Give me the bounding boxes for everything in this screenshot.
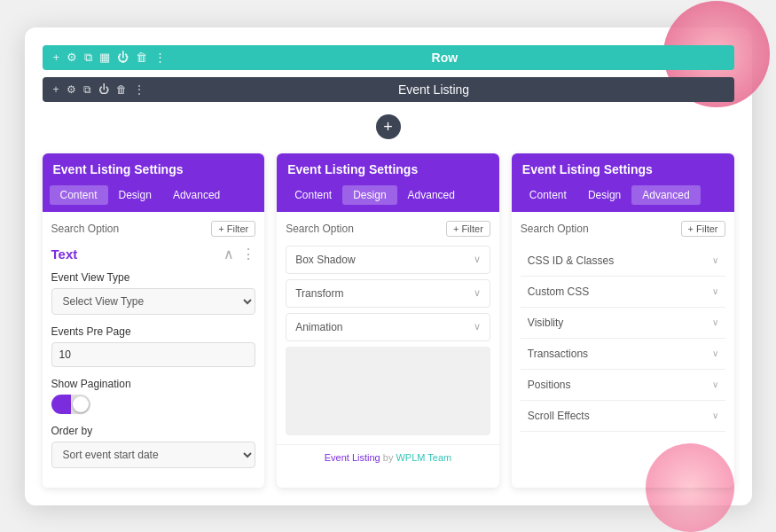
design-preview-box [286,347,490,435]
row-bar-title: Row [166,51,723,65]
collapse-icon[interactable]: ∧ [223,246,234,262]
middle-panel-tabs: Content Design Advanced [277,185,499,212]
visibility-chevron: ∨ [712,317,718,327]
toggle-knob [73,396,89,412]
left-panel-tabs: Content Design Advanced [43,185,265,212]
transform-label: Transform [295,287,343,300]
left-search-label: Search Option [51,223,120,235]
animation-accordion: Animation ∨ [286,313,490,341]
row-bar: + ⚙ ⧉ ▦ ⏻ 🗑 ⋮ Row [43,45,734,70]
visibility-label: Visiblity [528,317,563,329]
pagination-toggle[interactable] [51,395,90,414]
el-plus-icon[interactable]: + [53,83,59,96]
custom-css-label: Custom CSS [528,286,589,298]
row-more-icon[interactable]: ⋮ [154,51,166,64]
middle-tab-advanced[interactable]: Advanced [397,185,466,205]
middle-panel-body: Search Option + Filter Box Shadow ∨ Tran… [277,212,499,444]
order-by-group: Order by Sort event start date Title Dat… [51,425,256,468]
left-panel: Event Listing Settings Content Design Ad… [43,153,265,488]
middle-search-label: Search Option [286,223,354,235]
el-power-icon[interactable]: ⏻ [98,83,109,96]
middle-filter-button[interactable]: + Filter [446,221,490,237]
css-id-classes-header[interactable]: CSS ID & Classes ∨ [521,246,725,276]
box-shadow-header[interactable]: Box Shadow ∨ [286,246,490,273]
el-gear-icon[interactable]: ⚙ [67,83,76,96]
events-pre-page-input[interactable] [51,342,256,367]
right-search-label: Search Option [521,223,589,235]
middle-panel-footer: Event Listing by WPLM Team [277,444,499,470]
row-plus-icon[interactable]: + [53,51,60,64]
order-by-select[interactable]: Sort event start date Title Date Created [51,442,256,468]
positions-accordion: Positions ∨ [521,370,725,401]
transform-accordion: Transform ∨ [286,279,490,308]
row-grid-icon[interactable]: ▦ [99,51,110,64]
left-tab-advanced[interactable]: Advanced [162,185,231,205]
left-panel-header: Event Listing Settings [43,153,265,185]
left-search-option-row: Search Option + Filter [51,221,256,237]
scroll-effects-header[interactable]: Scroll Effects ∨ [521,401,725,431]
right-panel: Event Listing Settings Content Design Ad… [512,153,734,488]
left-tab-design[interactable]: Design [108,185,162,205]
positions-chevron: ∨ [712,379,718,389]
left-panel-body: Search Option + Filter Text ∧ ⋮ Event Vi… [43,212,265,488]
text-section-controls: ∧ ⋮ [223,246,255,262]
el-trash-icon[interactable]: 🗑 [116,83,127,96]
right-tab-content[interactable]: Content [519,185,577,205]
box-shadow-label: Box Shadow [295,254,355,266]
el-copy-icon[interactable]: ⧉ [83,83,91,96]
transform-header[interactable]: Transform ∨ [286,280,490,307]
row-bar-icons: + ⚙ ⧉ ▦ ⏻ 🗑 ⋮ [53,51,167,65]
positions-header[interactable]: Positions ∨ [521,370,725,400]
custom-css-accordion: Custom CSS ∨ [521,277,725,308]
right-tab-design[interactable]: Design [577,185,631,205]
middle-tab-content[interactable]: Content [284,185,342,205]
el-more-icon[interactable]: ⋮ [134,83,145,96]
visibility-accordion: Visiblity ∨ [521,308,725,339]
right-filter-button[interactable]: + Filter [681,221,725,237]
middle-search-option-row: Search Option + Filter [286,221,490,237]
positions-label: Positions [528,379,571,391]
transactions-accordion: Transactions ∨ [521,339,725,370]
show-pagination-group: Show Pagination [51,378,256,414]
text-section-header: Text ∧ ⋮ [51,246,256,262]
event-view-type-label: Event View Type [51,271,256,284]
animation-chevron: ∨ [474,321,481,332]
text-section-title: Text [51,246,78,262]
event-listing-bar: + ⚙ ⧉ ⏻ 🗑 ⋮ Event Listing [43,77,734,102]
right-search-option-row: Search Option + Filter [521,221,725,237]
middle-panel-header: Event Listing Settings [277,153,499,185]
right-panel-tabs: Content Design Advanced [512,185,734,212]
scroll-effects-chevron: ∨ [712,411,718,420]
css-id-classes-accordion: CSS ID & Classes ∨ [521,246,725,277]
right-tab-advanced[interactable]: Advanced [631,185,700,205]
row-copy-icon[interactable]: ⧉ [84,51,92,65]
right-panel-header: Event Listing Settings [512,153,734,185]
show-pagination-label: Show Pagination [51,378,256,390]
scroll-effects-accordion: Scroll Effects ∨ [521,401,725,432]
section-more-icon[interactable]: ⋮ [241,246,255,262]
scroll-effects-label: Scroll Effects [528,410,590,422]
event-view-type-select[interactable]: Select View Type Grid List Calendar [51,288,256,315]
row-trash-icon[interactable]: 🗑 [136,51,147,64]
transactions-header[interactable]: Transactions ∨ [521,339,725,369]
transactions-chevron: ∨ [712,348,718,358]
main-container: + ⚙ ⧉ ▦ ⏻ 🗑 ⋮ Row + ⚙ ⧉ ⏻ 🗑 ⋮ Event List… [25,27,752,505]
event-listing-link[interactable]: Event Listing [325,452,380,463]
add-section-button[interactable]: + [376,114,401,139]
left-tab-content[interactable]: Content [50,185,108,205]
animation-header[interactable]: Animation ∨ [286,314,490,340]
row-power-icon[interactable]: ⏻ [117,51,129,64]
order-by-label: Order by [51,425,256,437]
middle-tab-design[interactable]: Design [342,185,396,205]
row-gear-icon[interactable]: ⚙ [67,51,77,64]
right-panel-body: Search Option + Filter CSS ID & Classes … [512,212,734,441]
transform-chevron: ∨ [474,287,481,299]
custom-css-header[interactable]: Custom CSS ∨ [521,277,725,307]
team-link[interactable]: WPLM Team [396,452,451,463]
visibility-header[interactable]: Visiblity ∨ [521,308,725,338]
left-filter-button[interactable]: + Filter [211,221,255,237]
animation-label: Animation [295,321,342,333]
events-pre-page-label: Events Pre Page [51,325,256,338]
box-shadow-accordion: Box Shadow ∨ [286,246,490,274]
css-id-chevron: ∨ [712,255,718,265]
